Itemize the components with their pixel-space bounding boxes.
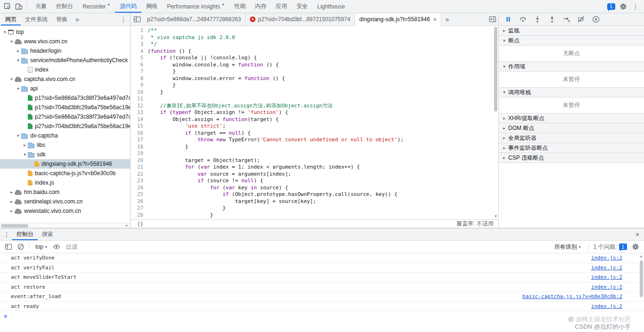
tab-elements[interactable]: 元素: [31, 0, 51, 13]
tree-item[interactable]: ▾captcha.vivo.com.cn: [0, 74, 130, 84]
hide-navigator-button[interactable]: [132, 14, 143, 25]
code-text[interactable]: window.console.log = function () {: [148, 62, 279, 69]
horizontal-scrollbar[interactable]: ►: [0, 223, 130, 228]
code-text[interactable]: }: [148, 205, 226, 212]
section-watch[interactable]: ▸监视: [499, 26, 644, 36]
code-text[interactable]: for (var key in source) {: [148, 185, 288, 192]
clear-console-button[interactable]: [15, 241, 26, 252]
settings-button[interactable]: [618, 1, 629, 12]
line-number[interactable]: 10: [131, 89, 148, 96]
chevron-down-icon[interactable]: ▾: [15, 86, 21, 91]
file-tab[interactable]: ×p2?sid=704bd3bf...89721501075974: [246, 13, 355, 25]
code-text[interactable]: }: [148, 89, 163, 96]
code-text[interactable]: throw new TypeError('Cannot convert unde…: [148, 137, 404, 144]
tab-console[interactable]: 控制台: [12, 228, 38, 240]
code-text[interactable]: target = Object(target);: [148, 157, 260, 164]
scroll-down-icon[interactable]: ▼: [493, 214, 498, 219]
code-text[interactable]: 'use strict';: [148, 123, 226, 130]
line-number[interactable]: 20: [131, 157, 148, 164]
tree-item[interactable]: basic-captcha-js.js?v=b0e30c0b: [0, 169, 130, 178]
tree-item[interactable]: p2?sid=704bd3bfc29a6a75be56ac19e: [0, 121, 130, 131]
line-number[interactable]: 3: [131, 41, 148, 48]
chevron-down-icon[interactable]: ▾: [8, 77, 15, 81]
code-text[interactable]: Object.assign = function(target) {: [148, 116, 279, 123]
code-text[interactable]: if (Object.prototype.hasOwnProperty.call…: [148, 191, 397, 198]
code-text[interactable]: (function () {: [148, 48, 191, 55]
tab-lighthouse[interactable]: Lighthouse: [313, 0, 350, 13]
tree-item[interactable]: ▸libs: [0, 140, 130, 150]
line-number[interactable]: 28: [131, 212, 148, 219]
deactivate-breakpoints-button[interactable]: [576, 14, 587, 25]
line-number[interactable]: 8: [131, 75, 148, 82]
tree-item[interactable]: p1?sid=704bd3bfc29a6a75be56ac19e: [0, 103, 130, 112]
step-over-button[interactable]: [517, 14, 528, 25]
section-xhr-fetch-breakpoints[interactable]: ▸XHR/提取断点: [499, 113, 644, 123]
tree-item[interactable]: ▾api: [0, 84, 130, 93]
source-link[interactable]: index.js:2: [591, 274, 622, 280]
code-text[interactable]: }: [148, 212, 213, 219]
code-text[interactable]: /**: [148, 27, 157, 34]
tree-item[interactable]: ▸wwwstatic.vivo.com.cn: [0, 206, 130, 216]
tab-filesystem[interactable]: 文件系统: [21, 13, 52, 25]
line-number[interactable]: 16: [131, 130, 148, 137]
more-options-button[interactable]: ⋮: [630, 1, 641, 12]
tab-memory[interactable]: 内存: [250, 0, 271, 13]
tree-item[interactable]: dingxiang-sdk.js?t=5581946: [0, 159, 130, 169]
console-messages-button[interactable]: 1: [605, 1, 617, 12]
more-navigator-tabs-button[interactable]: »: [72, 14, 83, 25]
chevron-right-icon[interactable]: ▸: [8, 190, 15, 194]
tab-performance-insights[interactable]: Performance insights▲: [162, 0, 230, 13]
line-number[interactable]: 19: [131, 150, 148, 157]
tab-sources[interactable]: 源代码: [115, 0, 141, 13]
code-text[interactable]: //兼容IE,如果不存在Object.assign方法,则添加Object.as…: [148, 103, 332, 110]
scroll-up-icon[interactable]: ▲: [639, 254, 644, 258]
line-number[interactable]: 9: [131, 82, 148, 89]
tree-item[interactable]: ▾service/mobilePhoneAuthenticityCheck: [0, 56, 130, 65]
code-text[interactable]: */: [148, 41, 157, 48]
section-csp-violation-breakpoints[interactable]: ▸CSP 违规断点: [499, 153, 644, 163]
tree-item[interactable]: ▸sentinelapi.vivo.com.cn: [0, 197, 130, 206]
tree-item[interactable]: p1?sid=5e866da73c88f73e6a497ed7c5: [0, 93, 130, 103]
section-dom-breakpoints[interactable]: ▸DOM 断点: [499, 123, 644, 133]
more-file-tabs-button[interactable]: »: [441, 14, 453, 25]
chevron-right-icon[interactable]: ▸: [8, 209, 15, 213]
line-number[interactable]: 11: [131, 96, 148, 103]
section-breakpoints[interactable]: ▾断点: [499, 36, 644, 46]
line-number[interactable]: 21: [131, 164, 148, 171]
code-editor[interactable]: 1/**2 * vivo captcha js sdk 2.0.03 */4(f…: [131, 26, 498, 219]
step-button[interactable]: [561, 14, 572, 25]
source-link[interactable]: index.js:2: [591, 265, 622, 271]
line-number[interactable]: 12: [131, 103, 148, 110]
code-text[interactable]: window.console.error = function () {: [148, 75, 285, 82]
tab-page[interactable]: 网页: [1, 13, 21, 25]
tree-item[interactable]: ▾www.vivo.com.cn: [0, 37, 130, 46]
code-text[interactable]: for (var index = 1; index < arguments.le…: [148, 164, 360, 171]
tab-security[interactable]: 安全: [292, 0, 313, 13]
code-text[interactable]: }: [148, 68, 176, 75]
line-number[interactable]: 26: [131, 198, 148, 205]
section-call-stack[interactable]: ▾调用堆栈: [499, 88, 644, 97]
console-sidebar-button[interactable]: [3, 241, 14, 252]
code-text[interactable]: if (typeof Object.assign != 'function') …: [148, 109, 288, 116]
scrollbar-thumb[interactable]: [640, 260, 643, 297]
show-debugger-button[interactable]: [487, 14, 498, 25]
tree-item[interactable]: ▾sdk: [0, 150, 130, 159]
chevron-down-icon[interactable]: ▾: [8, 39, 15, 44]
chevron-right-icon[interactable]: ▸: [15, 49, 21, 53]
line-number[interactable]: 14: [131, 116, 148, 123]
tree-item[interactable]: index: [0, 65, 130, 74]
code-text[interactable]: if (!console || !console.log) {: [148, 55, 257, 62]
source-link[interactable]: index.js:2: [591, 284, 622, 290]
line-number[interactable]: 18: [131, 144, 148, 151]
line-number[interactable]: 22: [131, 171, 148, 178]
code-text[interactable]: target[key] = source[key];: [148, 198, 316, 205]
line-number[interactable]: 1: [131, 27, 148, 34]
drawer-more-button[interactable]: ⋮: [1, 229, 12, 240]
line-number[interactable]: 27: [131, 205, 148, 212]
source-link[interactable]: index.js:2: [591, 255, 622, 261]
source-link[interactable]: basic-captcha-js.js?v=b0e30c0b:2: [522, 293, 622, 300]
tab-application[interactable]: 应用: [271, 0, 292, 13]
step-into-button[interactable]: [532, 14, 543, 25]
line-number[interactable]: 5: [131, 55, 148, 62]
console-settings-button[interactable]: [630, 241, 641, 252]
